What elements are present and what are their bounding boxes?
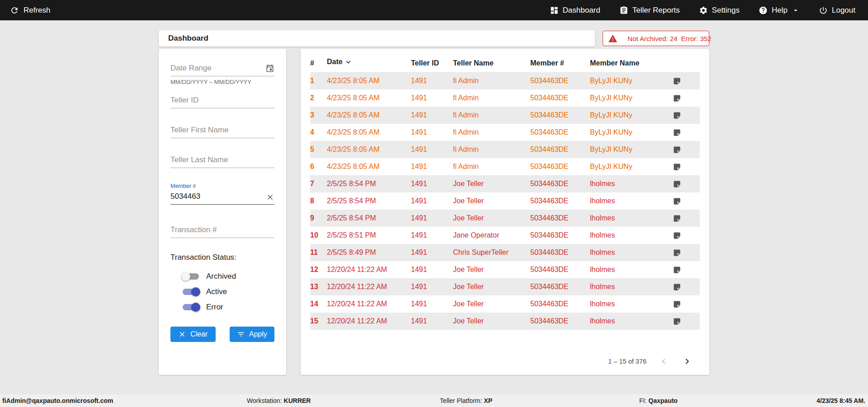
note-icon[interactable] [673,128,700,137]
note-icon[interactable] [673,300,700,309]
note-icon[interactable] [673,317,700,326]
footer-datetime: 4/23/25 8:45 AM. [816,394,865,407]
col-header-member-name[interactable]: Member Name [590,54,673,72]
refresh-icon [10,6,19,15]
table-body: 1 4/23/25 8:05 AM 1491 fi Admin 5034463D… [310,72,700,330]
date-range-helper: MM/DD/YYYY – MM/DD/YYYY [170,79,274,85]
apply-button[interactable]: Apply [230,327,275,342]
prev-page-button[interactable] [657,355,670,368]
table-row[interactable]: 7 2/5/25 8:54 PM 1491 Joe Teller 5034463… [310,175,700,192]
pagination-label: 1 – 15 of 376 [608,358,646,365]
table-row[interactable]: 3 4/23/25 8:05 AM 1491 fi Admin 5034463D… [310,107,700,124]
help-icon [759,6,768,15]
clear-member-icon[interactable] [266,193,274,201]
alert-text: Not Archived: 24 Error: 352 [627,35,711,42]
close-icon [178,330,186,338]
next-page-button[interactable] [681,355,693,368]
status-toggle-active[interactable]: Active [181,284,274,299]
clear-button[interactable]: Clear [170,327,216,342]
toggles-container: Archived Active Error [170,269,274,315]
teller-id-input[interactable] [170,94,274,108]
nav-help-label: Help [772,6,788,15]
note-icon[interactable] [673,248,700,257]
note-icon[interactable] [673,145,700,154]
power-icon [819,6,828,15]
table-row[interactable]: 5 4/23/25 8:05 AM 1491 fi Admin 5034463D… [310,141,700,158]
table-row[interactable]: 10 2/5/25 8:51 PM 1491 Jane Operator 503… [310,227,700,244]
note-icon[interactable] [673,214,700,223]
table-row[interactable]: 4 4/23/25 8:05 AM 1491 fi Admin 5034463D… [310,124,700,141]
chevron-down-icon [792,6,800,14]
calendar-icon[interactable] [265,64,274,73]
note-icon[interactable] [673,163,700,171]
refresh-button[interactable]: Refresh [10,6,51,15]
footer-teller-platform: Teller Platform:XP [440,394,492,407]
nav-dashboard[interactable]: Dashboard [550,6,600,15]
member-number-field-group: Member # [170,183,274,205]
col-header-notes [673,54,700,72]
nav-teller-reports[interactable]: Teller Reports [619,6,680,15]
transactions-table: # Date Teller ID Teller Name Member # Me… [310,54,700,330]
date-range-field-group: MM/DD/YYYY – MM/DD/YYYY [170,61,274,85]
footer-fi: FI:Qaxpauto [639,394,678,407]
col-header-teller-name[interactable]: Teller Name [453,54,530,72]
transactions-panel: # Date Teller ID Teller Name Member # Me… [301,49,709,375]
toggle-switch[interactable] [181,302,200,312]
sort-desc-icon [344,58,353,68]
note-icon[interactable] [673,197,700,206]
teller-first-name-input[interactable] [170,123,274,138]
teller-first-name-field-group [170,123,274,138]
page-title-bar: Dashboard [159,30,595,47]
table-row[interactable]: 2 4/23/25 8:05 AM 1491 fi Admin 5034463D… [310,89,700,107]
transaction-number-input[interactable] [170,223,274,238]
status-toggle-error[interactable]: Error [181,299,274,315]
transaction-number-field-group [170,223,274,238]
table-row[interactable]: 8 2/5/25 8:54 PM 1491 Joe Teller 5034463… [310,192,700,210]
member-number-label: Member # [170,183,274,189]
note-icon[interactable] [673,266,700,274]
note-icon[interactable] [673,94,700,103]
teller-last-name-field-group [170,153,274,168]
footer-workstation: Workstation:KURRER [247,394,311,407]
nav-logout[interactable]: Logout [819,6,855,15]
toggle-switch[interactable] [181,287,200,297]
date-range-input[interactable] [170,61,274,76]
clear-button-label: Clear [190,330,208,338]
status-alert[interactable]: Not Archived: 24 Error: 352 [603,31,709,46]
note-icon[interactable] [673,283,700,291]
table-row[interactable]: 13 12/20/24 11:22 AM 1491 Joe Teller 503… [310,278,700,295]
teller-id-field-group [170,94,274,108]
table-row[interactable]: 12 12/20/24 11:22 AM 1491 Joe Teller 503… [310,261,700,278]
table-row[interactable]: 9 2/5/25 8:54 PM 1491 Joe Teller 5034463… [310,210,700,227]
refresh-label: Refresh [24,6,51,15]
nav-settings[interactable]: Settings [699,6,740,15]
nav-logout-label: Logout [832,6,855,15]
col-header-member[interactable]: Member # [530,54,590,72]
table-row[interactable]: 1 4/23/25 8:05 AM 1491 fi Admin 5034463D… [310,72,700,89]
dashboard-icon [550,6,559,15]
table-row[interactable]: 11 2/5/25 8:49 PM 1491 Chris SuperTeller… [310,244,700,261]
toggle-switch[interactable] [181,271,200,281]
table-row[interactable]: 14 12/20/24 11:22 AM 1491 Joe Teller 503… [310,295,700,313]
col-header-num: # [310,54,327,72]
note-icon[interactable] [673,77,700,85]
clipboard-icon [619,6,628,15]
pagination: 1 – 15 of 376 [310,355,700,368]
note-icon[interactable] [673,231,700,240]
note-icon[interactable] [673,111,700,120]
col-header-date[interactable]: Date [327,54,411,72]
status-toggle-archived[interactable]: Archived [181,269,274,284]
table-header-row: # Date Teller ID Teller Name Member # Me… [310,54,700,72]
nav-teller-reports-label: Teller Reports [632,6,680,15]
table-row[interactable]: 15 12/20/24 11:22 AM 1491 Joe Teller 503… [310,313,700,330]
member-number-input[interactable] [170,190,274,205]
col-header-teller-id[interactable]: Teller ID [411,54,453,72]
filter-icon [237,330,245,338]
status-footer: fiAdmin@qaxpauto.onmicrosoft.com Worksta… [0,394,868,407]
teller-last-name-input[interactable] [170,153,274,168]
note-icon[interactable] [673,180,700,188]
table-row[interactable]: 6 4/23/25 8:05 AM 1491 fi Admin 5034463D… [310,158,700,175]
nav-help[interactable]: Help [759,6,800,15]
footer-user: fiAdmin@qaxpauto.onmicrosoft.com [2,394,113,407]
filter-panel: MM/DD/YYYY – MM/DD/YYYY Member # [159,49,286,375]
